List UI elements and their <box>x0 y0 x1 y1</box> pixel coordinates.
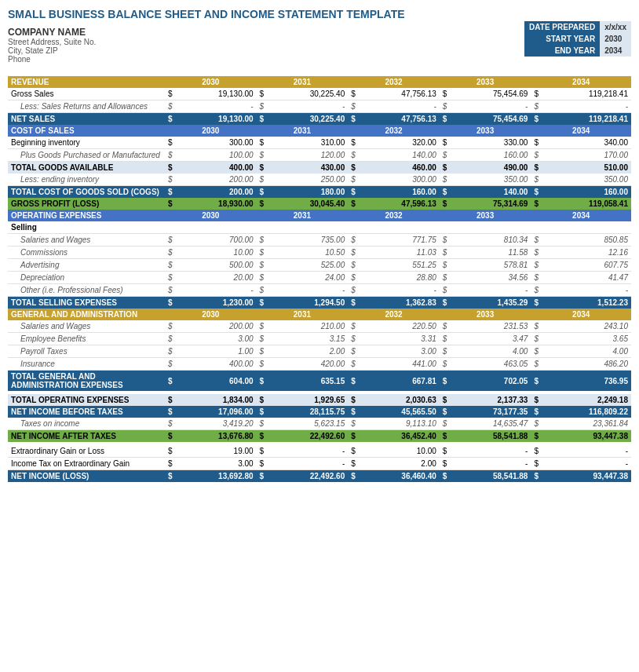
toi-val-2: 9,113.10 <box>359 418 440 430</box>
le-val-2: 300.00 <box>359 173 440 186</box>
begin-inventory-label: Beginning inventory <box>8 137 165 149</box>
depreciation-label: Depreciation <box>8 272 165 284</box>
pg-val-2: 140.00 <box>359 149 440 162</box>
ts-val-2: 1,362.83 <box>359 297 440 309</box>
advertising-label: Advertising <box>8 259 165 272</box>
ins-val-0: 400.00 <box>176 358 257 371</box>
opex-header-row: OPERATING EXPENSES 2030 2031 2032 2033 2… <box>8 210 631 221</box>
toi-val-1: 5,623.15 <box>267 418 348 430</box>
cost-of-sales-label: COST OF SALES <box>8 125 165 137</box>
toi-val-0: 3,419.20 <box>176 418 257 430</box>
bi-val-3: 330.00 <box>450 137 531 149</box>
ga-year-4: 2034 <box>531 309 631 320</box>
total-selling-row: TOTAL SELLING EXPENSES $ 1,230.00 $ 1,29… <box>8 297 631 309</box>
ssw-val-4: 850.85 <box>542 234 631 247</box>
oth-val-0: - <box>176 284 257 297</box>
nil-val-3: 58,541.88 <box>450 470 531 483</box>
cos-year-1: 2031 <box>257 125 349 137</box>
toe-val-0: 1,834.00 <box>176 394 257 406</box>
ins-val-3: 463.05 <box>450 358 531 371</box>
start-year-label: START YEAR <box>524 33 600 45</box>
gross-sales-label: Gross Sales <box>8 88 165 100</box>
cost-of-sales-header-row: COST OF SALES 2030 2031 2032 2033 2034 <box>8 125 631 137</box>
total-cogs-label: TOTAL COST OF GOODS SOLD (COGS) <box>8 186 165 199</box>
niat-val-3: 58,541.88 <box>450 430 531 443</box>
gs-dollar-4: $ <box>531 88 542 100</box>
total-cogs-row: TOTAL COST OF GOODS SOLD (COGS) $ 200.00… <box>8 186 631 199</box>
date-prepared-label: DATE PREPARED <box>524 21 600 33</box>
adv-val-4: 607.75 <box>542 259 631 272</box>
selling-label: Selling <box>8 221 165 234</box>
cogs-val-4: 160.00 <box>542 186 631 199</box>
opex-header-label: OPERATING EXPENSES <box>8 210 165 221</box>
toi-val-3: 14,635.47 <box>450 418 531 430</box>
sr-val-0: - <box>176 100 257 113</box>
pt-val-2: 3.00 <box>359 345 440 358</box>
revenue-year-2034: 2034 <box>531 76 631 88</box>
tga-val-4: 736.95 <box>542 371 631 392</box>
cogs-val-2: 160.00 <box>359 186 440 199</box>
pg-val-4: 170.00 <box>542 149 631 162</box>
oth-val-4: - <box>542 284 631 297</box>
tg-val-4: 510.00 <box>542 162 631 174</box>
gs-val-3: 75,454.69 <box>450 88 531 100</box>
egl-val-3: - <box>450 445 531 458</box>
cogs-val-0: 200.00 <box>176 186 257 199</box>
ga-salaries-row: Salaries and Wages $ 200.00 $ 210.00 $ 2… <box>8 320 631 333</box>
begin-inventory-row: Beginning inventory $ 300.00 $ 310.00 $ … <box>8 137 631 149</box>
eb-val-3: 3.47 <box>450 333 531 345</box>
selling-label-row: Selling <box>8 221 631 234</box>
cos-year-3: 2033 <box>440 125 531 137</box>
bi-val-2: 320.00 <box>359 137 440 149</box>
extra-gain-loss-label: Extraordinary Gain or Loss <box>8 445 165 458</box>
net-income-loss-label: NET INCOME (LOSS) <box>8 470 165 483</box>
other-row: Other (i.e. Professional Fees) $ - $ - $… <box>8 284 631 297</box>
ite-val-4: - <box>542 458 631 470</box>
ns-val-0: 19,130.00 <box>176 113 257 126</box>
dep-val-2: 28.80 <box>359 272 440 284</box>
cogs-val-3: 140.00 <box>450 186 531 199</box>
gs-val-2: 47,756.13 <box>359 88 440 100</box>
tg-val-0: 400.00 <box>176 162 257 174</box>
ga-year-0: 2030 <box>165 309 257 320</box>
eb-val-4: 3.65 <box>542 333 631 345</box>
total-ga-row: TOTAL GENERAL AND ADMINISTRATION EXPENSE… <box>8 371 631 392</box>
cos-year-0: 2030 <box>165 125 257 137</box>
ga-year-2: 2032 <box>348 309 440 320</box>
revenue-header-row: REVENUE 2030 2031 2032 2033 2034 <box>8 76 631 88</box>
end-year-value: 2034 <box>600 45 631 57</box>
nibt-val-3: 73,177.35 <box>450 406 531 418</box>
dep-val-3: 34.56 <box>450 272 531 284</box>
total-opex-row: TOTAL OPERATING EXPENSES $ 1,834.00 $ 1,… <box>8 394 631 406</box>
niat-val-4: 93,447.38 <box>542 430 631 443</box>
comm-val-0: 10.00 <box>176 247 257 259</box>
pg-val-0: 100.00 <box>176 149 257 162</box>
gasw-val-2: 220.50 <box>359 320 440 333</box>
sr-val-4: - <box>542 100 631 113</box>
gross-profit-row: GROSS PROFIT (LOSS) $ 18,930.00 $ 30,045… <box>8 198 631 210</box>
net-sales-label: NET SALES <box>8 113 165 126</box>
opex-year-4: 2034 <box>531 210 631 221</box>
gs-dollar-0: $ <box>165 88 176 100</box>
end-year-label: END YEAR <box>524 45 600 57</box>
nil-val-1: 22,492.60 <box>267 470 348 483</box>
egl-val-1: - <box>267 445 348 458</box>
ts-val-0: 1,230.00 <box>176 297 257 309</box>
adv-val-2: 551.25 <box>359 259 440 272</box>
opex-year-2: 2032 <box>348 210 440 221</box>
ga-header-row: GENERAL AND ADMINISTRATION 2030 2031 203… <box>8 309 631 320</box>
oth-val-2: - <box>359 284 440 297</box>
ite-val-3: - <box>450 458 531 470</box>
pg-val-1: 120.00 <box>267 149 348 162</box>
pg-val-3: 160.00 <box>450 149 531 162</box>
gp-val-2: 47,596.13 <box>359 198 440 210</box>
gasw-val-4: 243.10 <box>542 320 631 333</box>
pt-val-0: 1.00 <box>176 345 257 358</box>
pt-val-4: 4.00 <box>542 345 631 358</box>
main-table: REVENUE 2030 2031 2032 2033 2034 Gross S… <box>8 76 631 482</box>
advertising-row: Advertising $ 500.00 $ 525.00 $ 551.25 $… <box>8 259 631 272</box>
ins-val-1: 420.00 <box>267 358 348 371</box>
gp-val-0: 18,930.00 <box>176 198 257 210</box>
comm-val-4: 12.16 <box>542 247 631 259</box>
employee-benefits-row: Employee Benefits $ 3.00 $ 3.15 $ 3.31 $… <box>8 333 631 345</box>
